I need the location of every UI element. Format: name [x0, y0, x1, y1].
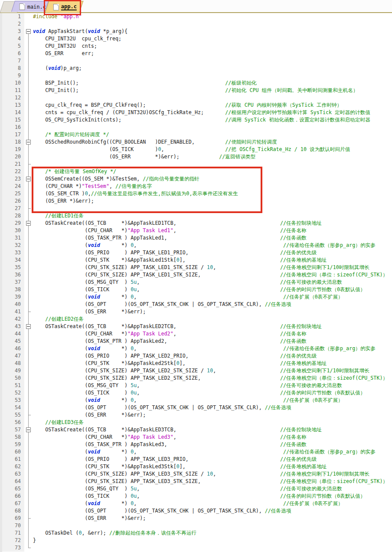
- code-editor[interactable]: 1#include "app.h"23void AppTaskStart(voi…: [0, 13, 392, 552]
- code-line[interactable]: 13 cpu_clk_freq = BSP_CPU_ClkFreq(); //获…: [0, 102, 392, 109]
- code-line[interactable]: 59 (OS_TASK_PTR ) AppTaskLed3, //任务函数: [0, 441, 392, 448]
- fold-collapse-icon[interactable]: [24, 323, 33, 330]
- line-number: 73: [0, 544, 24, 552]
- fold-collapse-icon[interactable]: [24, 138, 33, 146]
- code-line[interactable]: 14 cnts = cpu_clk_freq / (CPU_INT32U)OSC…: [0, 109, 392, 116]
- fold-collapse-icon[interactable]: [24, 28, 33, 35]
- code-line[interactable]: 19 (OS_TICK )0, //把 OSCfg_TickRate_Hz / …: [0, 146, 392, 153]
- code-line[interactable]: 72}: [0, 537, 392, 544]
- code-line[interactable]: 63 (CPU_STK_SIZE) APP_TASK_LED3_STK_SIZE…: [0, 470, 392, 478]
- code-line[interactable]: 2: [0, 20, 392, 28]
- code-line[interactable]: 33 (OS_PRIO ) APP_TASK_LED1_PRIO, //任务的优…: [0, 249, 392, 256]
- code-line[interactable]: 25 (OS_SEM_CTR )0,//信号量这里是指示事件发生,所以赋值为0,…: [0, 190, 392, 197]
- code-line[interactable]: 7: [0, 57, 392, 65]
- fold-marker: [24, 419, 33, 426]
- code-line[interactable]: 43 OSTaskCreate((OS_TCB *)&AppTaskLED2TC…: [0, 323, 392, 330]
- code-line[interactable]: 34 (CPU_STK *)&AppTaskLed1Stk[0], //任务堆栈…: [0, 256, 392, 264]
- line-number: 28: [0, 212, 24, 220]
- code-line[interactable]: 42 //创建LED2任务: [0, 315, 392, 323]
- code-line[interactable]: 18 OSSchedRoundRobinCfg((CPU_BOOLEAN )DE…: [0, 138, 392, 146]
- code-line[interactable]: 37 (OS_MSG_QTY ) 5u, //任务可接收的最大消息数: [0, 279, 392, 286]
- code-line[interactable]: 73: [0, 544, 392, 552]
- code-line[interactable]: 46 (void *) 0, //传递给任务函数（形参p_arg）的实参: [0, 345, 392, 352]
- line-number: 71: [0, 529, 24, 537]
- code-line[interactable]: 50 (CPU_STK_SIZE) APP_TASK_LED2_STK_SIZE…: [0, 375, 392, 382]
- tab-app-c[interactable]: app.c: [45, 1, 84, 13]
- code-line[interactable]: 4 CPU_INT32U cpu_clk_freq;: [0, 35, 392, 43]
- code-line[interactable]: 28 //创建LED1任务: [0, 212, 392, 220]
- code-line[interactable]: 38 (OS_TICK ) 0u, //任务的时间片节拍数（0表默认值）: [0, 286, 392, 293]
- line-number: 14: [0, 109, 24, 116]
- code-line[interactable]: 49 (CPU_STK_SIZE) APP_TASK_LED2_STK_SIZE…: [0, 367, 392, 375]
- code-line[interactable]: 60 (void *) 0, //传递给任务函数（形参p_arg）的实参: [0, 448, 392, 456]
- fold-collapse-icon[interactable]: [24, 426, 33, 434]
- line-number: 63: [0, 470, 24, 478]
- code-line[interactable]: 41 (OS_ERR *)&err);: [0, 308, 392, 315]
- code-line[interactable]: 3void AppTaskStart(void *p_arg){: [0, 28, 392, 35]
- code-line[interactable]: 65 (OS_MSG_QTY ) 5u, //任务可接收的最大消息数: [0, 485, 392, 493]
- code-line[interactable]: 11 CPU_Init(); //初始化 CPU 组件（时间戳、关中断时间测量和…: [0, 87, 392, 94]
- code-line[interactable]: 45 (OS_TASK_PTR ) AppTaskLed2, //任务函数: [0, 338, 392, 345]
- code-line[interactable]: 39 (void *) 0, //任务扩展（0表不扩展）: [0, 293, 392, 301]
- code-line[interactable]: 26 (OS_ERR *)&err);: [0, 197, 392, 205]
- code-text: (OS_TICK )0, //把 OSCfg_TickRate_Hz / 10 …: [33, 146, 350, 153]
- code-line[interactable]: 10 BSP_Init(); //板级初始化: [0, 79, 392, 87]
- code-line[interactable]: 40 (OS_OPT )(OS_OPT_TASK_STK_CHK | OS_OP…: [0, 301, 392, 308]
- code-line[interactable]: 12: [0, 94, 392, 102]
- code-line[interactable]: 61 (OS_PRIO ) APP_TASK_LED3_PRIO, //任务的优…: [0, 456, 392, 463]
- line-number: 67: [0, 500, 24, 507]
- inline-comment: //根据用户设定的时钟节拍频率计算 SysTick 定时器的计数值: [225, 109, 370, 115]
- code-line[interactable]: 58 (CPU_CHAR *)"App Task Led3", //任务名称: [0, 434, 392, 441]
- fold-marker: [24, 493, 33, 500]
- line-number: 11: [0, 87, 24, 94]
- code-line[interactable]: 1#include "app.h": [0, 13, 392, 20]
- code-line[interactable]: 57 OSTaskCreate((OS_TCB *)&AppTaskLED3TC…: [0, 426, 392, 434]
- code-line[interactable]: 64 (CPU_STK_SIZE) APP_TASK_LED3_STK_SIZE…: [0, 478, 392, 485]
- line-number: 40: [0, 301, 24, 308]
- code-line[interactable]: 69 (OS_ERR *)&err);: [0, 515, 392, 522]
- fold-collapse-icon[interactable]: [24, 220, 33, 227]
- code-line[interactable]: 31 (OS_TASK_PTR ) AppTaskLed1, //任务函数: [0, 234, 392, 242]
- code-line[interactable]: 44 (CPU_CHAR *)"App Task Led2", //任务名称: [0, 330, 392, 338]
- code-line[interactable]: 70: [0, 522, 392, 529]
- code-line[interactable]: 53 (void *) 0, //任务扩展（0表不扩展）: [0, 397, 392, 404]
- code-line[interactable]: 8 (void)p_arg;: [0, 65, 392, 72]
- code-line[interactable]: 29 OSTaskCreate((OS_TCB *)&AppTaskLED1TC…: [0, 220, 392, 227]
- code-line[interactable]: 66 (OS_TICK ) 0u, //任务的时间片节拍数（0表默认值）: [0, 493, 392, 500]
- code-line[interactable]: 51 (OS_MSG_QTY ) 5u, //任务可接收的最大消息数: [0, 382, 392, 389]
- code-line[interactable]: 71 OSTaskDel (0, &err); //删除起始任务本身，该任务不再…: [0, 529, 392, 537]
- code-line[interactable]: 62 (CPU_STK *)&AppTaskLed3Stk[0], //任务堆栈…: [0, 463, 392, 470]
- code-line[interactable]: 56 //创建LED3任务: [0, 419, 392, 426]
- code-line[interactable]: 54 (OS_OPT )(OS_OPT_TASK_STK_CHK | OS_OP…: [0, 404, 392, 411]
- code-line[interactable]: 35 (CPU_STK_SIZE) APP_TASK_LED1_STK_SIZE…: [0, 264, 392, 271]
- code-line[interactable]: 32 (void *) 0, //传递给任务函数（形参p_arg）的实参: [0, 242, 392, 249]
- code-line[interactable]: 27: [0, 205, 392, 212]
- code-line[interactable]: 15 OS_CPU_SysTickInit(cnts); //调用 SysTic…: [0, 116, 392, 124]
- code-line[interactable]: 55 (OS_ERR *)&err);: [0, 411, 392, 419]
- inline-comment: //任务函数: [280, 441, 307, 447]
- code-line[interactable]: 16: [0, 124, 392, 131]
- code-line[interactable]: 20 (OS_ERR *)&err); //返回错误类型: [0, 153, 392, 161]
- code-line[interactable]: 52 (OS_TICK ) 0u, //任务的时间片节拍数（0表默认值）: [0, 389, 392, 397]
- code-line[interactable]: 22 /* 创建信号量 SemOfKey */: [0, 168, 392, 175]
- code-line[interactable]: 36 (CPU_STK_SIZE) APP_TASK_LED1_STK_SIZE…: [0, 271, 392, 279]
- code-line[interactable]: 68 (OS_OPT )(OS_OPT_TASK_STK_CHK | OS_OP…: [0, 507, 392, 515]
- tab-main-c[interactable]: main.c: [11, 1, 49, 12]
- code-line[interactable]: 17 /* 配置时间片轮转调度 */: [0, 131, 392, 138]
- code-line[interactable]: 23 OSSemCreate((OS_SEM *)&TestSem, //指向信…: [0, 175, 392, 183]
- code-text: (OS_PRIO ) APP_TASK_LED2_PRIO, //任务的优先级: [33, 352, 317, 360]
- line-number: 45: [0, 338, 24, 345]
- code-line[interactable]: 5 CPU_INT32U cnts;: [0, 43, 392, 50]
- fold-marker: [24, 72, 33, 79]
- code-line[interactable]: 47 (OS_PRIO ) APP_TASK_LED2_PRIO, //任务的优…: [0, 352, 392, 360]
- code-line[interactable]: 21: [0, 161, 392, 168]
- code-line[interactable]: 6 OS_ERR err;: [0, 50, 392, 57]
- line-number: 6: [0, 50, 24, 57]
- code-line[interactable]: 30 (CPU_CHAR *)"App Task Led1", //任务名称: [0, 227, 392, 234]
- code-line[interactable]: 67 (void *) 0, //任务扩展（0表不扩展）: [0, 500, 392, 507]
- code-line[interactable]: 48 (CPU_STK *)&AppTaskLed2Stk[0], //任务堆栈…: [0, 360, 392, 367]
- code-line[interactable]: 24 (CPU_CHAR *)"TestSem", //信号量的名字: [0, 183, 392, 190]
- fold-collapse-icon[interactable]: [24, 175, 33, 183]
- line-number: 18: [0, 138, 24, 146]
- code-line[interactable]: 9: [0, 72, 392, 79]
